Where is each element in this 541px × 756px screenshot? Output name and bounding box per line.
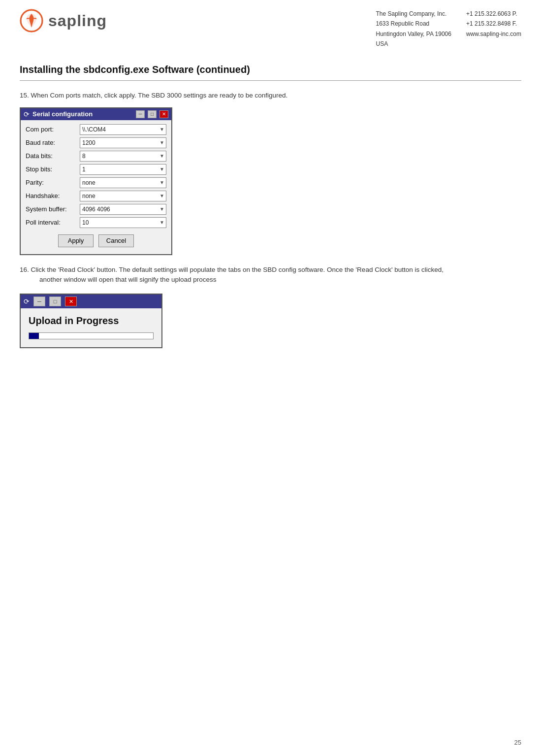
system-buffer-label: System buffer: bbox=[26, 205, 80, 213]
dialog-buttons: Apply Cancel bbox=[26, 230, 166, 250]
page-title: Installing the sbdconfig.exe Software (c… bbox=[20, 64, 521, 75]
company-address: The Sapling Company, Inc. 1633 Republic … bbox=[376, 9, 451, 49]
stop-bits-arrow: ▼ bbox=[159, 166, 166, 172]
baud-rate-select[interactable]: 1200 ▼ bbox=[80, 137, 166, 148]
upload-dialog: ⟳ ─ □ ✕ Upload in Progress bbox=[20, 294, 162, 348]
step16-text: 16. Click the 'Read Clock' button. The d… bbox=[20, 265, 521, 285]
data-bits-label: Data bits: bbox=[26, 152, 80, 160]
upload-minimize-button[interactable]: ─ bbox=[33, 296, 45, 306]
upload-title-icon: ⟳ bbox=[24, 297, 30, 305]
system-buffer-arrow: ▼ bbox=[159, 206, 166, 212]
com-port-arrow: ▼ bbox=[159, 127, 166, 132]
dialog-title-icon: ⟳ bbox=[24, 110, 30, 118]
com-port-label: Com port: bbox=[26, 126, 80, 133]
sapling-logo-icon bbox=[20, 9, 43, 33]
upload-title-label: Upload in Progress bbox=[29, 315, 154, 327]
poll-interval-arrow: ▼ bbox=[159, 220, 166, 225]
parity-select[interactable]: none ▼ bbox=[80, 177, 166, 188]
upload-body: Upload in Progress bbox=[21, 308, 161, 347]
upload-restore-button[interactable]: □ bbox=[49, 296, 61, 306]
system-buffer-row: System buffer: 4096 4096 ▼ bbox=[26, 204, 166, 215]
handshake-row: Handshake: none ▼ bbox=[26, 191, 166, 201]
poll-interval-row: Poll interval: 10 ▼ bbox=[26, 217, 166, 228]
upload-close-button[interactable]: ✕ bbox=[65, 296, 77, 306]
main-content: Installing the sbdconfig.exe Software (c… bbox=[0, 54, 541, 368]
progress-bar-fill bbox=[29, 333, 39, 339]
baud-rate-row: Baud rate: 1200 ▼ bbox=[26, 137, 166, 148]
com-port-select[interactable]: \\.\COM4 ▼ bbox=[80, 124, 166, 135]
data-bits-arrow: ▼ bbox=[159, 153, 166, 159]
logo-area: sapling bbox=[20, 9, 128, 33]
parity-arrow: ▼ bbox=[159, 180, 166, 185]
poll-interval-select[interactable]: 10 ▼ bbox=[80, 217, 166, 228]
dialog-titlebar: ⟳ Serial configuration ─ □ ✕ bbox=[21, 108, 171, 120]
page-header: sapling The Sapling Company, Inc. 1633 R… bbox=[0, 0, 541, 54]
step15-text: 15. When Com ports match, click apply. T… bbox=[20, 91, 521, 100]
serial-config-dialog: ⟳ Serial configuration ─ □ ✕ Com port: \… bbox=[20, 107, 172, 255]
baud-rate-arrow: ▼ bbox=[159, 140, 166, 145]
poll-interval-label: Poll interval: bbox=[26, 219, 80, 226]
dialog-title-text: Serial configuration bbox=[32, 110, 133, 118]
section-divider bbox=[20, 80, 521, 81]
page-number: 25 bbox=[514, 739, 521, 746]
data-bits-select[interactable]: 8 ▼ bbox=[80, 151, 166, 162]
company-info: The Sapling Company, Inc. 1633 Republic … bbox=[376, 9, 522, 49]
upload-titlebar: ⟳ ─ □ ✕ bbox=[21, 295, 161, 308]
parity-label: Parity: bbox=[26, 179, 80, 186]
apply-button[interactable]: Apply bbox=[58, 234, 94, 247]
stop-bits-label: Stop bits: bbox=[26, 165, 80, 173]
system-buffer-select[interactable]: 4096 4096 ▼ bbox=[80, 204, 166, 215]
company-contact: +1 215.322.6063 P. +1 215.322.8498 F. ww… bbox=[466, 9, 521, 49]
dialog-body: Com port: \\.\COM4 ▼ Baud rate: 1200 ▼ D… bbox=[21, 120, 171, 254]
handshake-arrow: ▼ bbox=[159, 193, 166, 198]
close-button[interactable]: ✕ bbox=[159, 110, 168, 118]
handshake-select[interactable]: none ▼ bbox=[80, 191, 166, 201]
handshake-label: Handshake: bbox=[26, 192, 80, 199]
com-port-row: Com port: \\.\COM4 ▼ bbox=[26, 124, 166, 135]
baud-rate-label: Baud rate: bbox=[26, 139, 80, 146]
parity-row: Parity: none ▼ bbox=[26, 177, 166, 188]
data-bits-row: Data bits: 8 ▼ bbox=[26, 151, 166, 162]
stop-bits-select[interactable]: 1 ▼ bbox=[80, 164, 166, 175]
cancel-button[interactable]: Cancel bbox=[98, 234, 134, 247]
logo-text: sapling bbox=[48, 12, 107, 30]
restore-button[interactable]: □ bbox=[148, 110, 157, 118]
minimize-button[interactable]: ─ bbox=[136, 110, 145, 118]
stop-bits-row: Stop bits: 1 ▼ bbox=[26, 164, 166, 175]
progress-bar-container bbox=[29, 332, 154, 339]
